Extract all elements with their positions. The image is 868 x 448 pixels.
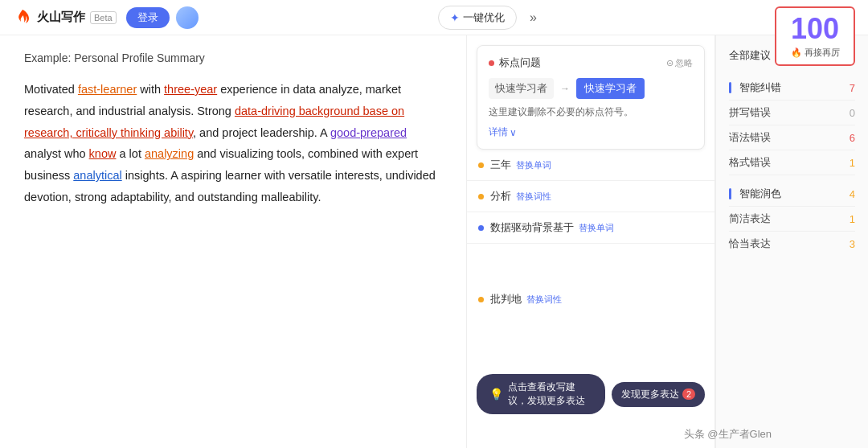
label-appropriate: 恰当表达 <box>729 236 771 251</box>
compare-row: 快速学习者 → 快速学习者 <box>489 78 693 99</box>
score-number: 100 <box>791 14 839 43</box>
stats-panel: 全部建议 11 智能纠错 7 拼写错误 0 语法错误 6 格式错误 1 <box>715 35 868 448</box>
discover-badge: 2 <box>682 388 695 400</box>
doc-body: Motivated fast-learner with three-year e… <box>24 79 442 208</box>
arrow-icon: → <box>560 83 570 94</box>
label-grammar: 语法错误 <box>729 130 771 145</box>
stat-row-format: 格式错误 1 <box>729 150 855 175</box>
ignore-button[interactable]: ⊝ 忽略 <box>666 57 693 69</box>
login-button[interactable]: 登录 <box>126 7 170 28</box>
suggestion-desc: 这里建议删除不必要的标点符号。 <box>489 105 693 119</box>
highlight-good-prepared[interactable]: good-prepared <box>330 126 407 139</box>
highlight-know[interactable]: know <box>89 147 117 160</box>
score-box: 100 🔥 再接再厉 <box>775 6 855 66</box>
card-title-text: 标点问题 <box>499 55 541 70</box>
item-action-1[interactable]: 替换词性 <box>516 191 551 203</box>
dot-orange-icon-3 <box>478 297 484 302</box>
detail-button[interactable]: 详情 ∨ <box>489 125 517 139</box>
topbar-center: ✦ 一键优化 » <box>199 6 784 30</box>
stat-row-spelling: 拼写错误 0 <box>729 101 855 125</box>
section-count-error: 7 <box>850 82 855 94</box>
dot-orange-icon-1 <box>478 194 484 199</box>
original-text: 快速学习者 <box>489 78 554 99</box>
stat-row-polish-section: 智能润色 4 <box>729 182 855 207</box>
highlight-fast-learner[interactable]: fast-learner <box>78 83 137 96</box>
logo-icon <box>13 8 32 27</box>
doc-title: Example: Personal Profile Summary <box>24 51 442 64</box>
topbar: 火山写作 Beta 登录 ✦ 一键优化 » 全部建议 11 <box>0 0 868 35</box>
item-name-1: 分析 <box>490 189 511 203</box>
beta-badge: Beta <box>90 11 117 24</box>
section-title-polish: 智能润色 <box>739 187 781 201</box>
value-appropriate: 3 <box>850 238 855 250</box>
sparkle-icon: ✦ <box>450 11 460 24</box>
item-action-2[interactable]: 替换单词 <box>579 222 614 234</box>
stat-row-concise: 简洁表达 1 <box>729 207 855 232</box>
section-bar-polish-icon <box>729 188 731 199</box>
dot-blue-icon <box>478 225 484 231</box>
label-format: 格式错误 <box>729 155 771 170</box>
stat-row-error-section: 智能纠错 7 <box>729 76 855 101</box>
section-bar-icon <box>729 82 731 93</box>
item-name-2: 数据驱动背景基于 <box>490 220 574 235</box>
item-action-0[interactable]: 替换单词 <box>516 159 551 171</box>
value-concise: 1 <box>850 213 855 225</box>
stat-row-grammar: 语法错误 6 <box>729 125 855 150</box>
logo-text: 火山写作 <box>37 10 85 25</box>
label-spelling: 拼写错误 <box>729 105 771 120</box>
suggestion-panel: 标点问题 ⊝ 忽略 快速学习者 → 快速学习者 这里建议删除不必要的标点符号。 … <box>466 35 715 448</box>
suggestion-item-1: 分析 替换词性 <box>467 181 714 212</box>
watermark: 头条 @生产者Glen <box>684 427 772 442</box>
card-title: 标点问题 <box>489 55 541 70</box>
fire-icon: 🔥 <box>791 47 802 58</box>
suggestion-card-punctuation: 标点问题 ⊝ 忽略 快速学习者 → 快速学习者 这里建议删除不必要的标点符号。 … <box>477 45 705 150</box>
highlight-three-year[interactable]: three-year <box>164 83 217 96</box>
optimize-button[interactable]: ✦ 一键优化 <box>438 6 517 30</box>
item-name-3: 批判地 <box>490 292 522 306</box>
tooltip-bar: 💡 点击查看改写建议，发现更多表达 发现更多表达 2 <box>477 374 705 414</box>
value-grammar: 6 <box>850 132 855 144</box>
label-concise: 简洁表达 <box>729 212 771 226</box>
score-sublabel: 🔥 再接再厉 <box>791 47 840 59</box>
dot-red-icon <box>489 60 494 66</box>
item-name-0: 三年 <box>490 158 511 172</box>
card-header: 标点问题 ⊝ 忽略 <box>489 55 693 70</box>
logo-area: 火山写作 Beta <box>13 8 117 27</box>
dot-orange-icon <box>478 162 484 168</box>
replace-text[interactable]: 快速学习者 <box>576 78 645 99</box>
highlight-analytical[interactable]: analytical <box>73 169 121 182</box>
bulb-icon: 💡 <box>489 388 503 401</box>
section-count-polish: 4 <box>850 188 855 200</box>
section-title-error: 智能纠错 <box>739 80 781 95</box>
stat-row-appropriate: 恰当表达 3 <box>729 232 855 256</box>
suggestion-item-3: 批判地 替换词性 <box>467 284 714 314</box>
avatar-button[interactable] <box>176 6 199 29</box>
highlight-analyzing[interactable]: analyzing <box>145 147 194 160</box>
suggestion-item-2: 数据驱动背景基于 替换单词 <box>467 212 714 244</box>
editor-area: Example: Personal Profile Summary Motiva… <box>0 35 466 448</box>
value-format: 1 <box>850 157 855 169</box>
suggestion-item-0: 三年 替换单词 <box>467 150 714 181</box>
item-action-3[interactable]: 替换词性 <box>526 294 562 306</box>
circle-x-icon: ⊝ <box>666 58 674 68</box>
value-spelling: 0 <box>850 107 855 119</box>
stats-title: 全部建议 <box>729 48 771 63</box>
discover-button[interactable]: 发现更多表达 2 <box>612 382 705 407</box>
more-button[interactable]: » <box>523 7 543 28</box>
main-area: Example: Personal Profile Summary Motiva… <box>0 35 868 448</box>
tooltip-message: 💡 点击查看改写建议，发现更多表达 <box>477 374 605 414</box>
